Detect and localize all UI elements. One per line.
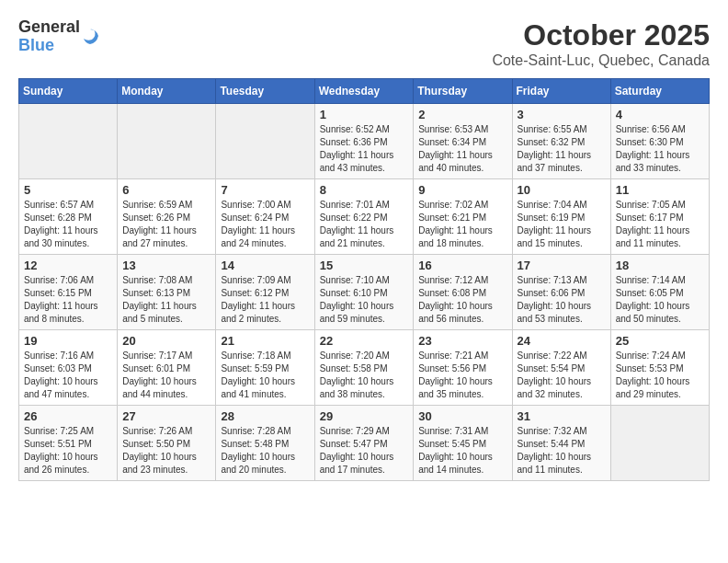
weekday-header-thursday: Thursday bbox=[414, 79, 512, 104]
day-number: 10 bbox=[518, 183, 606, 197]
day-number: 14 bbox=[221, 259, 309, 272]
weekday-header-sunday: Sunday bbox=[19, 79, 118, 104]
calendar-cell: 7Sunrise: 7:00 AMSunset: 6:24 PMDaylight… bbox=[216, 179, 314, 255]
calendar-cell: 25Sunrise: 7:24 AMSunset: 5:53 PMDayligh… bbox=[610, 330, 709, 406]
day-info: Sunrise: 7:02 AMSunset: 6:21 PMDaylight:… bbox=[418, 199, 506, 250]
day-info: Sunrise: 6:52 AMSunset: 6:36 PMDaylight:… bbox=[320, 123, 409, 175]
day-info: Sunrise: 7:09 AMSunset: 6:12 PMDaylight:… bbox=[221, 274, 309, 326]
day-number: 4 bbox=[616, 108, 704, 121]
calendar-cell: 31Sunrise: 7:32 AMSunset: 5:44 PMDayligh… bbox=[512, 406, 610, 481]
weekday-header-friday: Friday bbox=[512, 79, 610, 104]
day-number: 5 bbox=[24, 183, 112, 197]
day-number: 22 bbox=[320, 334, 409, 348]
day-info: Sunrise: 7:06 AMSunset: 6:15 PMDaylight:… bbox=[24, 274, 112, 326]
day-number: 26 bbox=[24, 409, 112, 423]
weekday-header-tuesday: Tuesday bbox=[216, 79, 314, 104]
title-block: October 2025 Cote-Saint-Luc, Quebec, Can… bbox=[492, 18, 710, 69]
calendar-cell: 4Sunrise: 6:56 AMSunset: 6:30 PMDaylight… bbox=[610, 104, 709, 179]
calendar-cell: 26Sunrise: 7:25 AMSunset: 5:51 PMDayligh… bbox=[19, 406, 118, 481]
day-info: Sunrise: 7:04 AMSunset: 6:19 PMDaylight:… bbox=[518, 199, 606, 250]
calendar-cell: 23Sunrise: 7:21 AMSunset: 5:56 PMDayligh… bbox=[414, 330, 512, 406]
day-info: Sunrise: 7:12 AMSunset: 6:08 PMDaylight:… bbox=[418, 274, 506, 326]
day-number: 25 bbox=[616, 334, 704, 348]
day-info: Sunrise: 7:26 AMSunset: 5:50 PMDaylight:… bbox=[122, 425, 210, 477]
logo: General Blue bbox=[18, 18, 100, 55]
page-header: General Blue October 2025 Cote-Saint-Luc… bbox=[18, 18, 710, 69]
calendar-cell: 2Sunrise: 6:53 AMSunset: 6:34 PMDaylight… bbox=[414, 104, 512, 179]
day-info: Sunrise: 7:10 AMSunset: 6:10 PMDaylight:… bbox=[320, 274, 409, 326]
day-number: 31 bbox=[518, 409, 606, 423]
day-info: Sunrise: 7:21 AMSunset: 5:56 PMDaylight:… bbox=[418, 350, 506, 401]
day-info: Sunrise: 7:22 AMSunset: 5:54 PMDaylight:… bbox=[518, 350, 606, 401]
calendar-cell: 20Sunrise: 7:17 AMSunset: 6:01 PMDayligh… bbox=[118, 330, 216, 406]
logo-text: General Blue bbox=[18, 18, 80, 55]
calendar-cell: 22Sunrise: 7:20 AMSunset: 5:58 PMDayligh… bbox=[314, 330, 414, 406]
calendar-cell: 10Sunrise: 7:04 AMSunset: 6:19 PMDayligh… bbox=[512, 179, 610, 255]
calendar-week-row: 19Sunrise: 7:16 AMSunset: 6:03 PMDayligh… bbox=[19, 330, 710, 406]
calendar-cell bbox=[118, 104, 216, 179]
day-number: 28 bbox=[221, 409, 309, 423]
day-info: Sunrise: 6:57 AMSunset: 6:28 PMDaylight:… bbox=[24, 199, 112, 250]
calendar-cell: 18Sunrise: 7:14 AMSunset: 6:05 PMDayligh… bbox=[610, 255, 709, 330]
day-number: 24 bbox=[518, 334, 606, 348]
day-number: 6 bbox=[122, 183, 210, 197]
calendar-cell bbox=[19, 104, 118, 179]
day-number: 18 bbox=[616, 259, 704, 272]
day-number: 9 bbox=[418, 183, 506, 197]
day-number: 21 bbox=[221, 334, 309, 348]
day-info: Sunrise: 7:17 AMSunset: 6:01 PMDaylight:… bbox=[122, 350, 210, 401]
day-number: 12 bbox=[24, 259, 112, 272]
day-number: 23 bbox=[418, 334, 506, 348]
day-info: Sunrise: 7:13 AMSunset: 6:06 PMDaylight:… bbox=[518, 274, 606, 326]
calendar-cell: 1Sunrise: 6:52 AMSunset: 6:36 PMDaylight… bbox=[314, 104, 414, 179]
calendar-cell bbox=[610, 406, 709, 481]
calendar-cell: 12Sunrise: 7:06 AMSunset: 6:15 PMDayligh… bbox=[19, 255, 118, 330]
day-number: 29 bbox=[320, 409, 409, 423]
calendar-cell: 14Sunrise: 7:09 AMSunset: 6:12 PMDayligh… bbox=[216, 255, 314, 330]
day-info: Sunrise: 7:18 AMSunset: 5:59 PMDaylight:… bbox=[221, 350, 309, 401]
day-info: Sunrise: 7:05 AMSunset: 6:17 PMDaylight:… bbox=[616, 199, 704, 250]
day-info: Sunrise: 6:59 AMSunset: 6:26 PMDaylight:… bbox=[122, 199, 210, 250]
calendar-cell bbox=[216, 104, 314, 179]
calendar-week-row: 26Sunrise: 7:25 AMSunset: 5:51 PMDayligh… bbox=[19, 406, 710, 481]
day-number: 27 bbox=[122, 409, 210, 423]
day-info: Sunrise: 6:56 AMSunset: 6:30 PMDaylight:… bbox=[616, 123, 704, 175]
day-info: Sunrise: 7:24 AMSunset: 5:53 PMDaylight:… bbox=[616, 350, 704, 401]
calendar-cell: 17Sunrise: 7:13 AMSunset: 6:06 PMDayligh… bbox=[512, 255, 610, 330]
calendar-week-row: 12Sunrise: 7:06 AMSunset: 6:15 PMDayligh… bbox=[19, 255, 710, 330]
day-number: 20 bbox=[122, 334, 210, 348]
logo-line2: Blue bbox=[18, 37, 80, 55]
calendar-cell: 28Sunrise: 7:28 AMSunset: 5:48 PMDayligh… bbox=[216, 406, 314, 481]
day-number: 1 bbox=[320, 108, 409, 121]
weekday-header-monday: Monday bbox=[118, 79, 216, 104]
day-info: Sunrise: 7:20 AMSunset: 5:58 PMDaylight:… bbox=[320, 350, 409, 401]
day-number: 13 bbox=[122, 259, 210, 272]
day-number: 16 bbox=[418, 259, 506, 272]
day-info: Sunrise: 7:16 AMSunset: 6:03 PMDaylight:… bbox=[24, 350, 112, 401]
day-info: Sunrise: 7:25 AMSunset: 5:51 PMDaylight:… bbox=[24, 425, 112, 477]
day-number: 7 bbox=[221, 183, 309, 197]
calendar-cell: 8Sunrise: 7:01 AMSunset: 6:22 PMDaylight… bbox=[314, 179, 414, 255]
day-info: Sunrise: 6:55 AMSunset: 6:32 PMDaylight:… bbox=[518, 123, 606, 175]
calendar-cell: 11Sunrise: 7:05 AMSunset: 6:17 PMDayligh… bbox=[610, 179, 709, 255]
calendar-cell: 21Sunrise: 7:18 AMSunset: 5:59 PMDayligh… bbox=[216, 330, 314, 406]
calendar-cell: 30Sunrise: 7:31 AMSunset: 5:45 PMDayligh… bbox=[414, 406, 512, 481]
day-info: Sunrise: 7:28 AMSunset: 5:48 PMDaylight:… bbox=[221, 425, 309, 477]
calendar-cell: 27Sunrise: 7:26 AMSunset: 5:50 PMDayligh… bbox=[118, 406, 216, 481]
logo-icon bbox=[80, 27, 100, 47]
day-number: 2 bbox=[418, 108, 506, 121]
calendar-cell: 15Sunrise: 7:10 AMSunset: 6:10 PMDayligh… bbox=[314, 255, 414, 330]
calendar-cell: 3Sunrise: 6:55 AMSunset: 6:32 PMDaylight… bbox=[512, 104, 610, 179]
calendar-cell: 24Sunrise: 7:22 AMSunset: 5:54 PMDayligh… bbox=[512, 330, 610, 406]
day-info: Sunrise: 7:29 AMSunset: 5:47 PMDaylight:… bbox=[320, 425, 409, 477]
calendar-cell: 16Sunrise: 7:12 AMSunset: 6:08 PMDayligh… bbox=[414, 255, 512, 330]
day-info: Sunrise: 7:08 AMSunset: 6:13 PMDaylight:… bbox=[122, 274, 210, 326]
day-number: 3 bbox=[518, 108, 606, 121]
day-number: 8 bbox=[320, 183, 409, 197]
day-info: Sunrise: 7:32 AMSunset: 5:44 PMDaylight:… bbox=[518, 425, 606, 477]
day-info: Sunrise: 6:53 AMSunset: 6:34 PMDaylight:… bbox=[418, 123, 506, 175]
calendar-cell: 5Sunrise: 6:57 AMSunset: 6:28 PMDaylight… bbox=[19, 179, 118, 255]
calendar-cell: 29Sunrise: 7:29 AMSunset: 5:47 PMDayligh… bbox=[314, 406, 414, 481]
day-number: 30 bbox=[418, 409, 506, 423]
day-info: Sunrise: 7:01 AMSunset: 6:22 PMDaylight:… bbox=[320, 199, 409, 250]
